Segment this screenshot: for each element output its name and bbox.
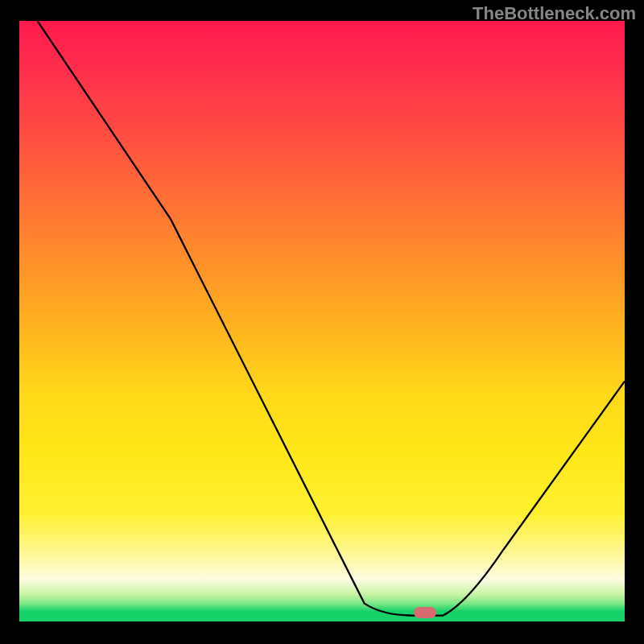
chart-plot-area xyxy=(19,21,625,621)
bottleneck-curve xyxy=(19,21,625,621)
watermark-text: TheBottleneck.com xyxy=(473,3,636,24)
optimal-marker xyxy=(414,607,436,618)
